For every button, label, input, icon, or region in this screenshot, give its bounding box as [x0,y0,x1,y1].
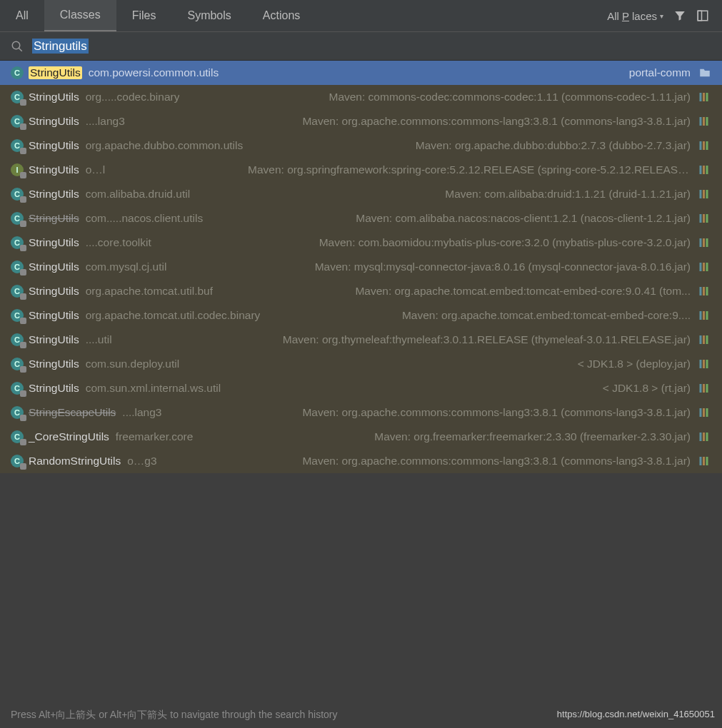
svg-rect-47 [703,433,705,441]
package-name: com.mysql.cj.util [86,261,167,273]
scope-mnemonic: P [622,10,629,22]
package-name: ....core.toolkit [86,236,151,249]
svg-rect-36 [706,335,708,344]
tab-classes[interactable]: Classes [44,0,116,31]
tab-files[interactable]: Files [116,0,172,31]
location: Maven: org.apache.tomcat.embed:tomcat-em… [402,309,691,322]
class-name: StringUtils [29,139,79,152]
lock-icon [20,342,26,348]
svg-rect-11 [703,141,705,150]
svg-rect-17 [703,190,705,198]
result-row[interactable]: CStringUtils....core.toolkitMaven: com.b… [0,231,722,255]
svg-rect-44 [703,408,705,417]
lock-icon [20,123,26,130]
class-icon: C [11,139,24,152]
package-name: o…g3 [127,455,156,467]
lock-icon [20,172,26,178]
package-name: org.apache.tomcat.util.codec.binary [86,309,261,322]
class-name: StringUtils [29,188,79,201]
class-icon: C [11,212,24,225]
lock-icon [20,318,26,324]
library-icon [698,382,711,395]
lock-icon [20,366,26,373]
library-icon [698,115,711,128]
class-name: _CoreStringUtils [29,430,109,443]
result-row[interactable]: CStringUtilscom.....nacos.client.utilsMa… [0,206,722,231]
result-row[interactable]: CStringUtils....lang3Maven: org.apache.c… [0,109,722,133]
result-row[interactable]: CStringUtilscom.powersi.common.utilsport… [0,61,722,85]
result-row[interactable]: CStringUtils....utilMaven: org.thymeleaf… [0,328,722,352]
location: Maven: com.alibaba.nacos:nacos-client:1.… [356,212,691,225]
show-in-tool-window-icon[interactable] [696,9,709,22]
filter-icon[interactable] [673,9,686,22]
lock-icon [20,196,26,203]
svg-rect-29 [703,287,705,295]
tab-symbols[interactable]: Symbols [171,0,246,31]
location: Maven: org.apache.commons:commons-lang3:… [302,406,691,419]
location: Maven: commons-codec:commons-codec:1.11 … [329,91,691,103]
library-icon [698,406,711,419]
result-row[interactable]: CStringUtilscom.sun.xml.internal.ws.util… [0,376,722,400]
location: Maven: org.springframework:spring-core:5… [248,163,691,176]
tab-actions[interactable]: Actions [247,0,316,31]
class-name: StringUtils [29,66,82,79]
svg-rect-9 [706,117,708,126]
svg-rect-22 [700,238,702,247]
class-icon: C [11,261,24,273]
svg-rect-30 [706,287,708,295]
search-value: Stringutils [32,39,89,54]
result-row[interactable]: C_CoreStringUtilsfreemarker.coreMaven: o… [0,425,722,449]
svg-rect-27 [706,263,708,271]
location: portal-comm [629,66,691,79]
result-row[interactable]: CStringUtilscom.mysql.cj.utilMaven: mysq… [0,255,722,279]
class-name: StringUtils [29,236,79,249]
result-row[interactable]: CStringUtilsorg.....codec.binaryMaven: c… [0,85,722,109]
class-icon: C [11,455,24,467]
result-row[interactable]: CStringUtilsorg.apache.tomcat.util.bufMa… [0,279,722,303]
svg-rect-6 [706,93,708,101]
lock-icon [20,390,26,397]
scope-suffix: laces [632,10,657,22]
package-name: org.apache.tomcat.util.buf [86,285,213,298]
svg-rect-40 [700,384,702,393]
library-icon [698,261,711,273]
class-name: StringUtils [29,309,79,322]
class-icon: C [11,406,24,419]
svg-rect-10 [700,141,702,150]
result-row[interactable]: CStringUtilscom.alibaba.druid.utilMaven:… [0,182,722,206]
result-row[interactable]: CStringUtilsorg.apache.dubbo.common.util… [0,133,722,158]
svg-rect-5 [703,93,705,101]
svg-rect-39 [706,360,708,368]
package-name: com.sun.xml.internal.ws.util [86,382,221,395]
package-name: ....util [86,333,112,346]
package-name: org.....codec.binary [86,91,180,103]
library-icon [698,212,711,225]
package-name: ....lang3 [86,115,125,128]
result-row[interactable]: CStringUtilsorg.apache.tomcat.util.codec… [0,303,722,328]
svg-rect-13 [700,166,702,174]
svg-rect-28 [700,287,702,295]
location: Maven: org.apache.commons:commons-lang3:… [302,115,691,128]
result-row[interactable]: CRandomStringUtilso…g3Maven: org.apache.… [0,449,722,473]
svg-rect-46 [700,433,702,441]
result-row[interactable]: CStringEscapeUtils....lang3Maven: org.ap… [0,400,722,425]
result-row[interactable]: IStringUtilso…lMaven: org.springframewor… [0,158,722,182]
svg-rect-25 [700,263,702,271]
class-icon: C [11,91,24,103]
svg-rect-23 [703,238,705,247]
location: Maven: com.baomidou:mybatis-plus-core:3.… [319,236,691,249]
scope-selector[interactable]: All Places ▾ [607,10,663,22]
tab-all[interactable]: All [0,0,44,31]
result-row[interactable]: CStringUtilscom.sun.deploy.util< JDK1.8 … [0,352,722,376]
svg-rect-51 [706,457,708,465]
class-name: RandomStringUtils [29,455,121,467]
location: Maven: com.alibaba:druid:1.1.21 (druid-1… [445,188,691,201]
package-name: org.apache.dubbo.common.utils [86,139,244,152]
lock-icon [20,439,26,445]
class-icon: C [11,333,24,346]
svg-rect-35 [703,335,705,344]
location: Maven: org.apache.dubbo:dubbo:2.7.3 (dub… [416,139,691,152]
package-name: com.....nacos.client.utils [86,212,204,225]
search-input[interactable]: Stringutils [32,39,711,54]
svg-rect-37 [700,360,702,368]
